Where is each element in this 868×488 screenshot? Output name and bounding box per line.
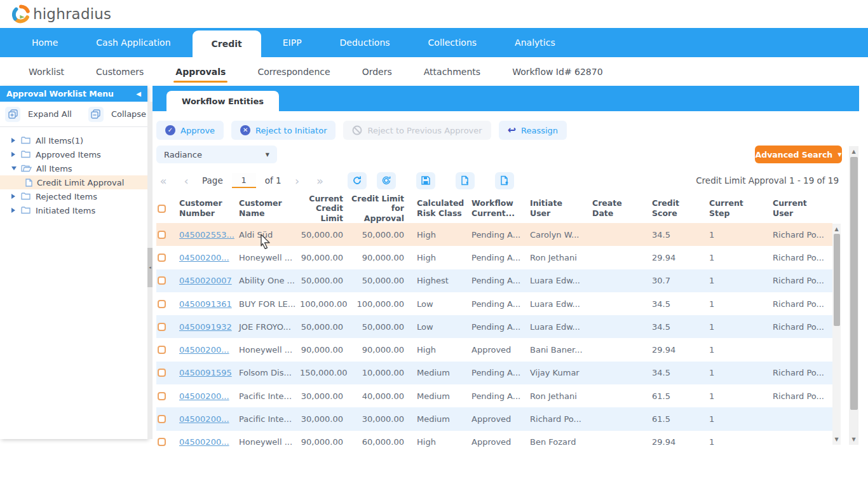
- row-checkbox[interactable]: [158, 323, 166, 331]
- col-customer-number[interactable]: Customer Number: [175, 198, 235, 218]
- table-row[interactable]: 0450091932 JOE FROYO... 50,000.00 50,000…: [156, 315, 832, 338]
- col-calculated-risk-class[interactable]: Calculated Risk Class: [408, 198, 468, 218]
- tab-workflow-entities[interactable]: Workflow Entities: [166, 91, 279, 111]
- tree-caret-icon[interactable]: [11, 166, 17, 170]
- first-page-icon[interactable]: «: [156, 174, 170, 187]
- table-row[interactable]: 04500200... Pacific Inte... 30,000.00 30…: [156, 407, 832, 430]
- customer-number-link[interactable]: 045002553...: [179, 230, 234, 240]
- tree-item[interactable]: All Items(1): [0, 133, 147, 147]
- sidebar-resize-strip[interactable]: ◂: [147, 102, 153, 439]
- last-page-icon[interactable]: »: [313, 174, 327, 187]
- expand-all-button[interactable]: Expand All: [5, 107, 72, 122]
- page-number-input[interactable]: [232, 173, 256, 188]
- scroll-up-icon[interactable]: ▲: [832, 226, 841, 232]
- current-credit-limit-cell: 150,000.00: [296, 368, 347, 377]
- sidebar-strip-handle[interactable]: ◂: [147, 248, 153, 287]
- col-create-date[interactable]: Create Date: [588, 198, 648, 218]
- col-current-user[interactable]: Current User: [769, 198, 826, 218]
- primary-nav-item[interactable]: EIPP: [264, 28, 321, 57]
- row-checkbox[interactable]: [158, 369, 166, 377]
- approve-button[interactable]: ✓ Approve: [156, 121, 224, 140]
- customer-number-link[interactable]: 0450091932: [179, 322, 232, 332]
- customer-number-link[interactable]: 04500200...: [179, 437, 229, 447]
- secondary-nav-item[interactable]: Attachments: [408, 57, 496, 86]
- primary-nav-item[interactable]: Analytics: [496, 28, 574, 57]
- table-row[interactable]: 04500200... Honeywell ... 90,000.00 90,0…: [156, 338, 832, 361]
- col-current-step[interactable]: Current Step: [705, 198, 769, 218]
- tree-caret-icon[interactable]: [11, 138, 17, 143]
- customer-number-link[interactable]: 0450091595: [179, 368, 232, 377]
- table-row[interactable]: 0450091361 BUY FOR LE... 100,000.00 100,…: [156, 292, 832, 315]
- select-all-checkbox[interactable]: [158, 205, 166, 213]
- table-scrollbar[interactable]: ▲ ▼: [832, 224, 841, 445]
- primary-nav-item[interactable]: Deductions: [321, 28, 409, 57]
- secondary-nav-item[interactable]: Customers: [80, 57, 159, 86]
- row-checkbox[interactable]: [158, 300, 166, 308]
- export-file-icon[interactable]: [456, 172, 475, 189]
- secondary-nav-item[interactable]: Correspondence: [241, 57, 346, 86]
- prev-page-icon[interactable]: ‹: [179, 174, 193, 187]
- primary-nav-item[interactable]: Cash Application: [77, 28, 189, 57]
- customer-number-link[interactable]: 04500200...: [179, 414, 229, 424]
- customer-number-link[interactable]: 04500200...: [179, 345, 229, 355]
- primary-nav-item[interactable]: Home: [13, 28, 77, 57]
- view-dropdown[interactable]: Radiance ▼: [156, 146, 277, 163]
- customer-name-cell: BUY FOR LE...: [235, 299, 296, 309]
- page-scrollbar[interactable]: ▲ ▼: [849, 146, 858, 445]
- row-checkbox[interactable]: [158, 438, 166, 446]
- secondary-nav-item[interactable]: Approvals: [159, 57, 241, 86]
- scroll-up-icon[interactable]: ▲: [849, 149, 858, 154]
- tree-caret-icon[interactable]: [11, 208, 17, 213]
- tree-item[interactable]: Rejected Items: [0, 189, 147, 203]
- row-checkbox[interactable]: [158, 415, 166, 423]
- table-row[interactable]: 045002553... Aldi Süd 50,000.00 50,000.0…: [156, 223, 832, 246]
- advanced-search-button[interactable]: Advanced Search ▼: [755, 146, 842, 163]
- next-page-icon[interactable]: ›: [290, 174, 304, 187]
- export-all-icon[interactable]: [495, 172, 514, 189]
- row-checkbox[interactable]: [158, 276, 166, 285]
- customer-number-link[interactable]: 04500200...: [179, 391, 229, 401]
- table-row[interactable]: 0450020007 Ability One ... 50,000.00 50,…: [156, 269, 832, 292]
- customer-number-link[interactable]: 0450091361: [179, 299, 232, 309]
- row-checkbox[interactable]: [158, 231, 166, 239]
- scroll-down-icon[interactable]: ▼: [832, 437, 841, 442]
- sidebar-collapse-icon[interactable]: ◀: [136, 90, 141, 97]
- collapse-all-button[interactable]: Collapse All: [88, 107, 147, 122]
- col-current-credit-limit[interactable]: Current Credit Limit: [296, 194, 347, 224]
- table-row[interactable]: 0450091595 Folsom Dis... 150,000.00 10,0…: [156, 362, 832, 384]
- tree-item[interactable]: Initiated Items: [0, 203, 147, 217]
- col-credit-score[interactable]: Credit Score: [648, 198, 705, 218]
- tree-item-label: All Items: [36, 164, 72, 173]
- reassign-button[interactable]: ↩ Reassign: [499, 121, 567, 140]
- tree-caret-icon[interactable]: [11, 194, 17, 199]
- table-row[interactable]: 04500200... Honeywell ... 90,000.00 60,0…: [156, 431, 832, 447]
- col-customer-name[interactable]: Customer Name: [235, 198, 296, 218]
- reject-to-initiator-button[interactable]: ✕ Reject to Initiator: [231, 121, 336, 140]
- tree-item[interactable]: Approved Items: [0, 147, 147, 161]
- customer-number-link[interactable]: 0450020007: [179, 276, 232, 285]
- col-credit-limit-for-approval[interactable]: Credit Limit for Approval: [347, 194, 408, 224]
- table-scrollbar-thumb[interactable]: [834, 234, 840, 326]
- page-scrollbar-thumb[interactable]: [850, 157, 858, 410]
- table-row[interactable]: 04500200... Pacific Inte... 30,000.00 40…: [156, 384, 832, 407]
- refresh-icon[interactable]: [348, 172, 367, 189]
- secondary-nav-item[interactable]: Orders: [346, 57, 408, 86]
- tree-item[interactable]: All Items: [0, 161, 147, 175]
- table-row[interactable]: 04500200... Honeywell ... 90,000.00 90,0…: [156, 246, 832, 269]
- row-checkbox[interactable]: [158, 392, 166, 400]
- scroll-down-icon[interactable]: ▼: [849, 437, 858, 442]
- tree-item[interactable]: Credit Limit Approval: [0, 175, 147, 189]
- secondary-nav-item[interactable]: Workflow Id# 62870: [496, 57, 618, 86]
- customer-number-link[interactable]: 04500200...: [179, 253, 229, 262]
- secondary-nav-item[interactable]: Worklist: [13, 57, 80, 86]
- row-checkbox[interactable]: [158, 346, 166, 354]
- save-layout-icon[interactable]: [416, 172, 435, 189]
- col-initiate-user[interactable]: Initiate User: [526, 198, 588, 218]
- row-checkbox[interactable]: [158, 254, 166, 262]
- primary-nav-item[interactable]: Credit: [193, 30, 261, 57]
- tree-caret-icon[interactable]: [11, 152, 17, 157]
- col-workflow-current[interactable]: Workflow Current...: [468, 198, 526, 218]
- auto-refresh-icon[interactable]: [377, 172, 396, 189]
- brand-logo: highradius: [11, 4, 111, 24]
- primary-nav-item[interactable]: Collections: [409, 28, 496, 57]
